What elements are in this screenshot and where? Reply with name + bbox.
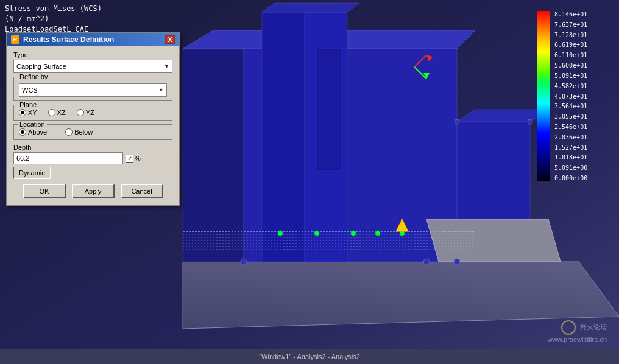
location-above-radio-circle bbox=[19, 128, 26, 136]
depth-checkbox[interactable]: ✓ bbox=[126, 155, 133, 163]
stress-info-text: Stress von Mises (WCS) (N / mm^2) Loadse… bbox=[5, 4, 102, 34]
dialog-body: Type Capping Surface ▼ Define by WCS ▼ P… bbox=[7, 46, 179, 205]
legend-value-2: 7.128e+01 bbox=[554, 32, 587, 38]
plane-xz-radio-circle bbox=[48, 109, 55, 116]
dialog-button-row: OK Apply Cancel bbox=[13, 184, 172, 198]
watermark: 野火论坛 www.proewildfire.cn bbox=[548, 320, 607, 346]
svg-point-28 bbox=[528, 119, 532, 124]
legend-value-0: 8.146e+01 bbox=[554, 11, 587, 18]
status-bar: "Window1" - Analysis2 - Analysis2 bbox=[0, 349, 619, 364]
watermark-site: www.proewildfire.cn bbox=[548, 335, 607, 346]
watermark-logo: 野火论坛 bbox=[548, 320, 607, 335]
svg-point-19 bbox=[278, 231, 283, 236]
type-dropdown-arrow-icon: ▼ bbox=[164, 63, 169, 69]
cancel-button[interactable]: Cancel bbox=[121, 184, 163, 198]
plane-xy-radio-circle bbox=[19, 109, 26, 116]
logo-circle-icon bbox=[561, 320, 576, 335]
location-label: Location bbox=[18, 121, 47, 128]
location-below-radio[interactable]: Below bbox=[65, 128, 93, 136]
dialog-title-left: R Results Surface Definition bbox=[11, 35, 114, 44]
svg-rect-35 bbox=[318, 50, 340, 169]
stress-line2: (N / mm^2) bbox=[5, 14, 102, 24]
dialog-icon: R bbox=[11, 35, 19, 44]
dynamic-button[interactable]: Dynamic bbox=[13, 167, 51, 179]
define-by-value: WCS bbox=[22, 86, 38, 94]
results-surface-definition-dialog: R Results Surface Definition X Type Capp… bbox=[6, 32, 180, 206]
depth-checkbox-area: ✓ % bbox=[126, 155, 141, 163]
legend-value-4: 6.110e+01 bbox=[554, 52, 587, 58]
define-by-label: Define by bbox=[18, 73, 49, 80]
location-above-label: Above bbox=[28, 128, 47, 136]
svg-marker-6 bbox=[262, 12, 305, 262]
stress-line1: Stress von Mises (WCS) bbox=[5, 4, 102, 14]
svg-marker-8 bbox=[262, 3, 359, 12]
status-text: "Window1" - Analysis2 - Analysis2 bbox=[259, 353, 360, 360]
plane-xy-radio[interactable]: XY bbox=[19, 109, 37, 116]
type-dropdown-value: Capping Surface bbox=[16, 63, 66, 70]
svg-marker-11 bbox=[426, 219, 561, 262]
color-legend: 8.146e+01 7.637e+01 7.128e+01 6.619e+01 … bbox=[537, 11, 610, 181]
dialog-title-text: Results Surface Definition bbox=[23, 35, 114, 44]
legend-value-12: 2.036e+01 bbox=[554, 134, 587, 141]
dialog-close-button[interactable]: X bbox=[165, 35, 175, 44]
plane-label: Plane bbox=[18, 101, 38, 108]
svg-marker-3 bbox=[183, 49, 244, 262]
location-above-radio[interactable]: Above bbox=[19, 128, 47, 136]
ok-button[interactable]: OK bbox=[23, 184, 66, 198]
location-below-label: Below bbox=[74, 128, 93, 136]
legend-value-11: 2.546e+01 bbox=[554, 124, 587, 130]
type-dropdown[interactable]: Capping Surface ▼ bbox=[13, 60, 172, 73]
define-by-arrow-icon: ▼ bbox=[158, 87, 164, 93]
legend-value-3: 6.619e+01 bbox=[554, 41, 587, 48]
depth-input[interactable] bbox=[13, 152, 123, 164]
dialog-titlebar: R Results Surface Definition X bbox=[7, 33, 179, 46]
legend-value-5: 5.600e+01 bbox=[554, 62, 587, 69]
legend-value-14: 1.018e+01 bbox=[554, 154, 587, 161]
define-by-dropdown[interactable]: WCS ▼ bbox=[19, 83, 167, 97]
plane-xz-label: XZ bbox=[57, 109, 66, 116]
svg-point-21 bbox=[351, 231, 356, 236]
apply-button[interactable]: Apply bbox=[72, 184, 115, 198]
plane-yz-radio-circle bbox=[77, 109, 84, 116]
legend-value-7: 4.582e+01 bbox=[554, 83, 587, 89]
plane-xy-label: XY bbox=[28, 109, 37, 116]
plane-group: Plane XY XZ YZ bbox=[13, 105, 172, 121]
type-label: Type bbox=[13, 51, 172, 58]
svg-point-27 bbox=[454, 259, 460, 265]
legend-value-8: 4.073e+01 bbox=[554, 93, 587, 100]
define-by-group: Define by WCS ▼ bbox=[13, 77, 172, 101]
svg-point-29 bbox=[455, 119, 459, 124]
svg-point-20 bbox=[314, 231, 319, 236]
watermark-name: 野火论坛 bbox=[580, 323, 607, 331]
location-below-radio-circle bbox=[65, 128, 73, 136]
legend-labels: 8.146e+01 7.637e+01 7.128e+01 6.619e+01 … bbox=[554, 11, 587, 181]
legend-value-15: 5.091e+00 bbox=[554, 164, 587, 171]
plane-yz-radio[interactable]: YZ bbox=[77, 109, 94, 116]
depth-label: Depth bbox=[13, 144, 172, 151]
plane-xz-radio[interactable]: XZ bbox=[48, 109, 66, 116]
legend-value-16: 0.000e+00 bbox=[554, 175, 587, 181]
svg-point-22 bbox=[375, 231, 380, 236]
svg-point-26 bbox=[423, 259, 430, 265]
legend-gradient-bar bbox=[537, 11, 550, 181]
svg-point-25 bbox=[241, 259, 247, 265]
depth-percent-label: % bbox=[135, 155, 141, 162]
legend-value-6: 5.091e+01 bbox=[554, 72, 587, 79]
depth-row: ✓ % bbox=[13, 152, 172, 164]
location-group: Location Above Below bbox=[13, 124, 172, 140]
location-radio-row: Above Below bbox=[19, 128, 167, 136]
legend-value-10: 3.055e+01 bbox=[554, 113, 587, 120]
legend-value-13: 1.527e+01 bbox=[554, 144, 587, 151]
plane-radio-row: XY XZ YZ bbox=[19, 109, 167, 116]
legend-value-9: 3.564e+01 bbox=[554, 103, 587, 110]
legend-value-1: 7.637e+01 bbox=[554, 21, 587, 28]
plane-yz-label: YZ bbox=[86, 109, 94, 116]
